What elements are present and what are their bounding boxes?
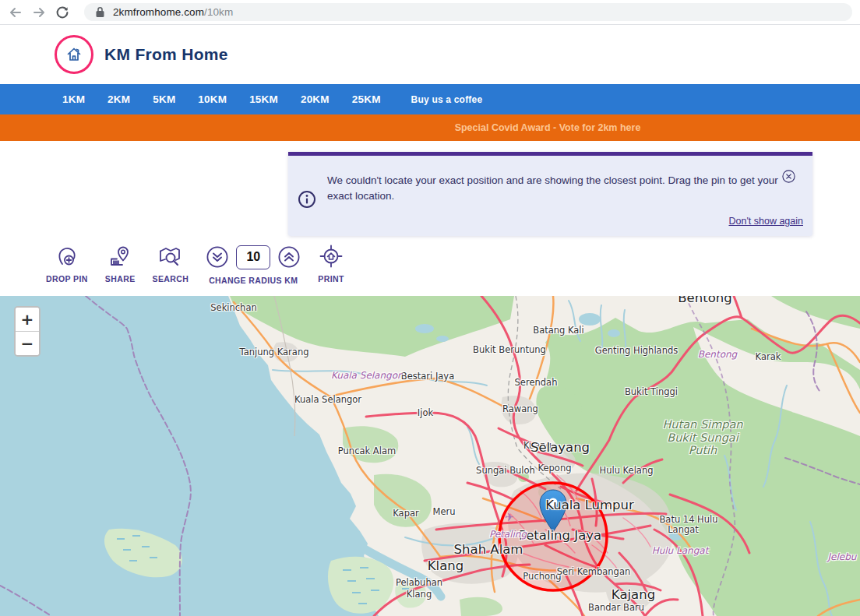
forward-icon[interactable] <box>31 5 47 20</box>
notice-message: We couldn't locate your exact position a… <box>327 173 795 204</box>
brand-title[interactable]: KM From Home <box>104 45 228 64</box>
award-banner-link[interactable]: Special Covid Award - Vote for 2km here <box>455 122 641 133</box>
main-nav: 1KM2KM5KM10KM15KM20KM25KMBuy us a coffee <box>0 84 860 114</box>
back-icon[interactable] <box>8 5 23 20</box>
drop-pin-icon <box>55 244 79 269</box>
close-icon[interactable] <box>782 170 795 183</box>
map-zoom-control: + − <box>14 306 41 357</box>
location-notice: We couldn't locate your exact position a… <box>288 152 812 236</box>
search-label: SEARCH <box>153 274 189 283</box>
url-text: 2kmfromhome.com/10km <box>113 6 233 18</box>
nav-item-15km[interactable]: 15KM <box>249 93 278 105</box>
app-window: 2kmfromhome.com/10km KM From Home 1KM2KM… <box>0 0 860 616</box>
change-radius-label: CHANGE RADIUS KM <box>209 276 298 285</box>
url-domain: 2kmfromhome.com <box>113 6 204 18</box>
info-icon <box>298 190 316 209</box>
award-banner: Special Covid Award - Vote for 2km here <box>0 114 860 141</box>
drop-pin-label: DROP PIN <box>46 274 88 283</box>
search-button[interactable]: SEARCH <box>153 244 189 283</box>
drop-pin-button[interactable]: DROP PIN <box>46 244 88 283</box>
dont-show-again-link[interactable]: Don't show again <box>728 216 803 227</box>
lock-icon <box>95 6 105 18</box>
nav-item-10km[interactable]: 10KM <box>198 93 227 105</box>
nav-item-20km[interactable]: 20KM <box>301 93 330 105</box>
nav-item-buy-us-a-coffee[interactable]: Buy us a coffee <box>411 94 483 105</box>
map-tiles: ✈ <box>0 296 860 616</box>
nav-item-5km[interactable]: 5KM <box>153 93 175 105</box>
zoom-out-button[interactable]: − <box>16 332 39 355</box>
home-icon <box>65 45 83 64</box>
radius-value-input[interactable]: 10 <box>236 245 270 269</box>
reload-icon[interactable] <box>55 5 70 20</box>
search-icon <box>157 244 184 269</box>
address-bar[interactable]: 2kmfromhome.com/10km <box>84 3 852 21</box>
print-label: PRINT <box>318 274 344 283</box>
nav-item-25km[interactable]: 25KM <box>352 93 381 105</box>
site-logo[interactable] <box>55 35 93 74</box>
browser-toolbar: 2kmfromhome.com/10km <box>0 0 860 25</box>
share-icon <box>108 244 132 269</box>
share-label: SHARE <box>105 274 136 283</box>
share-button[interactable]: SHARE <box>105 244 136 283</box>
radius-decrease-button[interactable] <box>206 245 229 269</box>
print-button[interactable]: PRINT <box>318 244 344 283</box>
url-path: /10km <box>204 6 233 18</box>
nav-item-1km[interactable]: 1KM <box>62 93 85 105</box>
nav-item-2km[interactable]: 2KM <box>108 93 130 105</box>
map-canvas[interactable]: ✈ SekinchanTanjung KarangBestari JayaKua… <box>0 296 860 616</box>
print-icon <box>319 244 344 269</box>
change-radius-control: 10 CHANGE RADIUS KM <box>206 244 301 285</box>
radius-increase-button[interactable] <box>277 245 301 269</box>
zoom-in-button[interactable]: + <box>16 308 39 332</box>
map-toolbar: DROP PIN SHARE SEARCH <box>46 244 344 285</box>
site-header: KM From Home <box>0 25 860 84</box>
